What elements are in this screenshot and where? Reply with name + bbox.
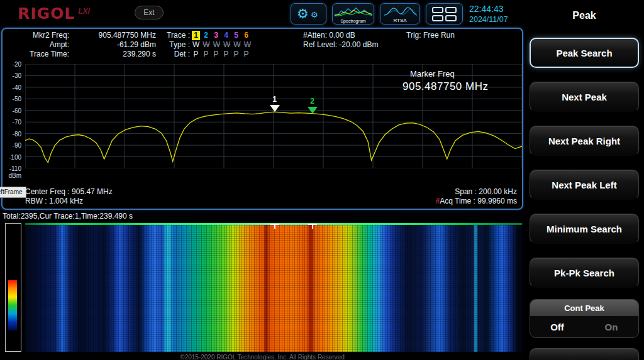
trace-type-1: W [192, 40, 200, 50]
span-readout: Span : 200.00 kHz [455, 187, 517, 196]
spectrogram-marker-2 [308, 224, 317, 225]
copyright-text: ©2015-2020 RIGOL Technologies, Inc. All … [0, 354, 525, 360]
spectrum-plot[interactable]: 12 Marker Freq 905.487750 MHz [25, 64, 522, 168]
rtsa-wave-graphic [383, 5, 418, 18]
y-axis-label: -90 [4, 142, 21, 149]
gear-icon: ⚙ [297, 4, 309, 23]
center-freq-readout: Center Freq : 905.47 MHz [25, 187, 113, 196]
trace-time-label: Trace Time: [6, 50, 69, 59]
rtsa-mode-icon[interactable]: RTSA [380, 3, 420, 25]
marker-1-label: 1 [269, 95, 280, 104]
y-axis-label: -80 [4, 131, 21, 138]
date-display: 2024/11/07 [469, 15, 508, 24]
ampt-label: Ampt: [6, 40, 69, 50]
window-grid-icon [426, 4, 462, 24]
time-display: 22:44:43 [469, 4, 508, 14]
softkey-menu: Peak Peak SearchNext PeakNext Peak Right… [525, 0, 644, 360]
spectrogram-mode-icon[interactable]: Spectrogram [332, 3, 374, 25]
det-row: Det :PPPPPP [161, 50, 252, 59]
menu-button-minimum-search[interactable]: Minimum Search [530, 214, 639, 244]
status-row: Ampt: -61.29 dBm [6, 40, 157, 50]
marker-status-block: Mkr2 Freq: 905.487750 MHz Ampt: -61.29 d… [6, 31, 157, 59]
y-axis-label: -50 [4, 95, 21, 102]
det-label: Det : [161, 50, 190, 59]
menu-button-peak-search[interactable]: Peak Search [530, 38, 639, 68]
status-row: Mkr2 Freq: 905.487750 MHz [6, 31, 157, 40]
trace-indicator-6: 6 [242, 31, 250, 40]
trace-status-block: Trace :123456 Type :WWWWWW Det :PPPPPP [161, 31, 252, 59]
y-axis-unit: dBm [4, 172, 21, 179]
menu-button-pk-pk-search[interactable]: Pk-Pk Search [530, 258, 639, 288]
marker-1[interactable]: 1 [269, 95, 280, 112]
rigol-logo: RIGOLLXI [18, 4, 90, 23]
rbw-readout: RBW : 1.004 kHz [25, 197, 83, 205]
ampt-value: -61.29 dBm [69, 40, 156, 50]
y-axis-label: -40 [4, 84, 21, 91]
menu-title: Peak [525, 10, 644, 21]
spectrum-grid-and-trace [25, 64, 522, 168]
y-axis-label: -20 [4, 61, 21, 68]
y-axis-label: -60 [4, 107, 21, 114]
window-layout-icon[interactable] [426, 3, 463, 25]
left-frame-tooltip: LeftFrame [0, 187, 26, 198]
y-axis-label: -70 [4, 119, 21, 126]
type-row: Type :WWWWWW [161, 40, 252, 50]
ext-button[interactable]: Ext [135, 6, 164, 19]
trace-indicator-2: 2 [202, 31, 210, 40]
spectrogram-marker-1 [270, 224, 279, 225]
ref-level-readout: Ref Level: -20.00 dBm [303, 40, 378, 50]
trig-readout: Trig: Free Run [406, 31, 455, 40]
acq-time-readout: #Acq Time : 99.9960 ms [436, 197, 517, 205]
trace-row: Trace :123456 [161, 31, 252, 40]
spectrogram-status: Total:2395,Cur Trace:1,Time:239.490 s [3, 212, 133, 221]
trace-time-value: 239.290 s [69, 50, 156, 59]
trace-indicator-4: 4 [222, 31, 230, 40]
atten-readout: #Atten: 0.00 dB [303, 31, 378, 40]
spectrogram-heatmap[interactable] [25, 223, 522, 352]
trace-indicator-1: 1 [192, 31, 200, 40]
marker-triangle-1 [270, 105, 280, 112]
menu-button-next-peak[interactable]: Next Peak [530, 82, 639, 112]
trace-type-3: W [213, 40, 221, 50]
cont-peak-off-option[interactable]: Off [530, 322, 584, 332]
spectrogram-icon-label: Spectrogram [333, 19, 374, 23]
trace-type-4: W [223, 40, 231, 50]
trace-indicator-5: 5 [232, 31, 240, 40]
trace-type-5: W [233, 40, 241, 50]
y-axis-label: -100 [4, 154, 21, 161]
settings-icon[interactable]: ⚙ ⚙ [291, 3, 326, 25]
cont-peak-on-option[interactable]: On [584, 322, 638, 332]
mkr2-freq-label: Mkr2 Freq: [6, 31, 69, 40]
y-axis: -20-30-40-50-60-70-80-90-100-110dBm [4, 64, 23, 187]
cont-peak-button[interactable]: Cont Peak Off On [530, 299, 639, 338]
trace-indicator-3: 3 [212, 31, 220, 40]
level-status-block: #Atten: 0.00 dB Ref Level: -20.00 dBm [303, 31, 378, 50]
gear-small-icon: ⚙ [311, 8, 318, 22]
top-bar: RIGOLLXI Ext ⚙ ⚙ Spectrogram RTSA [0, 0, 525, 28]
trace-label: Trace : [161, 31, 190, 40]
trace-det-4: P [222, 50, 230, 59]
marker-readout-value: 905.487750 MHz [402, 80, 488, 93]
freq-info-row: Center Freq : 905.47 MHz Span : 200.00 k… [25, 187, 517, 196]
trace-det-5: P [232, 50, 240, 59]
menu-button-next-peak-left[interactable]: Next Peak Left [530, 170, 639, 200]
trace-type-2: W [202, 40, 210, 50]
brand-text: RIGOL [18, 4, 75, 23]
lxi-badge: LXI [78, 7, 90, 16]
trace-det-2: P [202, 50, 210, 59]
marker-readout-label: Marker Freq [410, 69, 455, 79]
menu-button-next-peak-right[interactable]: Next Peak Right [530, 126, 639, 156]
type-label: Type : [161, 40, 190, 50]
spectrum-window[interactable]: Mkr2 Freq: 905.487750 MHz Ampt: -61.29 d… [1, 28, 523, 210]
marker-triangle-2 [308, 107, 318, 114]
trace-type-6: W [243, 40, 252, 50]
marker-2-label: 2 [307, 97, 318, 106]
rtsa-icon-label: RTSA [380, 18, 419, 23]
color-scale-box [5, 223, 21, 352]
clock: 22:44:43 2024/11/07 [469, 4, 508, 24]
menu-button-partial[interactable] [530, 348, 639, 360]
marker-2[interactable]: 2 [307, 97, 318, 114]
mkr2-freq-value: 905.487750 MHz [69, 31, 156, 40]
y-axis-label: -30 [4, 72, 21, 79]
cont-peak-toggle[interactable]: Off On [530, 316, 638, 337]
